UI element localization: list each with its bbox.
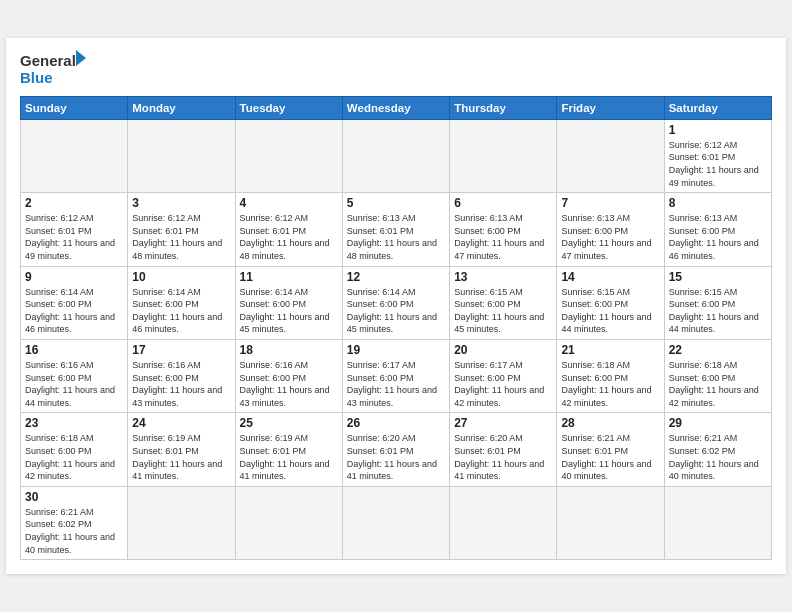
calendar-week-row: 16Sunrise: 6:16 AMSunset: 6:00 PMDayligh… [21, 340, 772, 413]
day-number: 30 [25, 490, 123, 504]
calendar-header: SundayMondayTuesdayWednesdayThursdayFrid… [21, 96, 772, 119]
day-number: 28 [561, 416, 659, 430]
weekday-header-sunday: Sunday [21, 96, 128, 119]
svg-text:Blue: Blue [20, 69, 53, 86]
day-info: Sunrise: 6:12 AMSunset: 6:01 PMDaylight:… [25, 212, 123, 262]
calendar-day-cell: 24Sunrise: 6:19 AMSunset: 6:01 PMDayligh… [128, 413, 235, 486]
day-number: 18 [240, 343, 338, 357]
day-number: 21 [561, 343, 659, 357]
day-info: Sunrise: 6:21 AMSunset: 6:02 PMDaylight:… [25, 506, 123, 556]
day-info: Sunrise: 6:20 AMSunset: 6:01 PMDaylight:… [347, 432, 445, 482]
day-number: 17 [132, 343, 230, 357]
calendar-day-cell [342, 119, 449, 192]
calendar-day-cell: 19Sunrise: 6:17 AMSunset: 6:00 PMDayligh… [342, 340, 449, 413]
day-number: 24 [132, 416, 230, 430]
day-number: 4 [240, 196, 338, 210]
day-info: Sunrise: 6:16 AMSunset: 6:00 PMDaylight:… [25, 359, 123, 409]
day-info: Sunrise: 6:18 AMSunset: 6:00 PMDaylight:… [25, 432, 123, 482]
calendar-body: 1Sunrise: 6:12 AMSunset: 6:01 PMDaylight… [21, 119, 772, 559]
calendar-day-cell: 17Sunrise: 6:16 AMSunset: 6:00 PMDayligh… [128, 340, 235, 413]
day-info: Sunrise: 6:21 AMSunset: 6:02 PMDaylight:… [669, 432, 767, 482]
calendar-day-cell: 6Sunrise: 6:13 AMSunset: 6:00 PMDaylight… [450, 193, 557, 266]
day-number: 6 [454, 196, 552, 210]
calendar-day-cell: 23Sunrise: 6:18 AMSunset: 6:00 PMDayligh… [21, 413, 128, 486]
day-number: 14 [561, 270, 659, 284]
calendar-day-cell [450, 119, 557, 192]
day-number: 7 [561, 196, 659, 210]
calendar-week-row: 23Sunrise: 6:18 AMSunset: 6:00 PMDayligh… [21, 413, 772, 486]
calendar-week-row: 2Sunrise: 6:12 AMSunset: 6:01 PMDaylight… [21, 193, 772, 266]
calendar-day-cell: 26Sunrise: 6:20 AMSunset: 6:01 PMDayligh… [342, 413, 449, 486]
day-number: 16 [25, 343, 123, 357]
calendar-day-cell: 8Sunrise: 6:13 AMSunset: 6:00 PMDaylight… [664, 193, 771, 266]
calendar-day-cell: 28Sunrise: 6:21 AMSunset: 6:01 PMDayligh… [557, 413, 664, 486]
day-info: Sunrise: 6:16 AMSunset: 6:00 PMDaylight:… [132, 359, 230, 409]
svg-marker-2 [76, 50, 86, 66]
day-info: Sunrise: 6:14 AMSunset: 6:00 PMDaylight:… [132, 286, 230, 336]
calendar-day-cell [21, 119, 128, 192]
day-info: Sunrise: 6:17 AMSunset: 6:00 PMDaylight:… [347, 359, 445, 409]
day-number: 22 [669, 343, 767, 357]
weekday-header-thursday: Thursday [450, 96, 557, 119]
day-number: 5 [347, 196, 445, 210]
day-number: 23 [25, 416, 123, 430]
day-info: Sunrise: 6:13 AMSunset: 6:00 PMDaylight:… [454, 212, 552, 262]
day-number: 2 [25, 196, 123, 210]
day-info: Sunrise: 6:13 AMSunset: 6:00 PMDaylight:… [669, 212, 767, 262]
calendar-day-cell: 20Sunrise: 6:17 AMSunset: 6:00 PMDayligh… [450, 340, 557, 413]
calendar-day-cell: 11Sunrise: 6:14 AMSunset: 6:00 PMDayligh… [235, 266, 342, 339]
weekday-header-wednesday: Wednesday [342, 96, 449, 119]
weekday-header-saturday: Saturday [664, 96, 771, 119]
day-info: Sunrise: 6:13 AMSunset: 6:00 PMDaylight:… [561, 212, 659, 262]
logo-area: GeneralBlue [20, 48, 90, 88]
calendar-day-cell: 2Sunrise: 6:12 AMSunset: 6:01 PMDaylight… [21, 193, 128, 266]
day-info: Sunrise: 6:15 AMSunset: 6:00 PMDaylight:… [669, 286, 767, 336]
calendar-day-cell: 21Sunrise: 6:18 AMSunset: 6:00 PMDayligh… [557, 340, 664, 413]
calendar-day-cell: 3Sunrise: 6:12 AMSunset: 6:01 PMDaylight… [128, 193, 235, 266]
calendar-day-cell: 14Sunrise: 6:15 AMSunset: 6:00 PMDayligh… [557, 266, 664, 339]
calendar-day-cell [128, 119, 235, 192]
calendar-day-cell: 25Sunrise: 6:19 AMSunset: 6:01 PMDayligh… [235, 413, 342, 486]
day-number: 20 [454, 343, 552, 357]
day-number: 19 [347, 343, 445, 357]
day-info: Sunrise: 6:14 AMSunset: 6:00 PMDaylight:… [240, 286, 338, 336]
day-info: Sunrise: 6:14 AMSunset: 6:00 PMDaylight:… [347, 286, 445, 336]
day-number: 15 [669, 270, 767, 284]
calendar-day-cell [450, 486, 557, 559]
calendar-day-cell: 5Sunrise: 6:13 AMSunset: 6:01 PMDaylight… [342, 193, 449, 266]
calendar-day-cell [557, 119, 664, 192]
day-info: Sunrise: 6:20 AMSunset: 6:01 PMDaylight:… [454, 432, 552, 482]
day-number: 11 [240, 270, 338, 284]
day-info: Sunrise: 6:18 AMSunset: 6:00 PMDaylight:… [669, 359, 767, 409]
day-number: 3 [132, 196, 230, 210]
day-info: Sunrise: 6:17 AMSunset: 6:00 PMDaylight:… [454, 359, 552, 409]
day-info: Sunrise: 6:19 AMSunset: 6:01 PMDaylight:… [240, 432, 338, 482]
day-number: 26 [347, 416, 445, 430]
day-info: Sunrise: 6:21 AMSunset: 6:01 PMDaylight:… [561, 432, 659, 482]
day-info: Sunrise: 6:12 AMSunset: 6:01 PMDaylight:… [669, 139, 767, 189]
calendar-day-cell: 12Sunrise: 6:14 AMSunset: 6:00 PMDayligh… [342, 266, 449, 339]
day-number: 29 [669, 416, 767, 430]
weekday-header-tuesday: Tuesday [235, 96, 342, 119]
day-number: 13 [454, 270, 552, 284]
day-number: 27 [454, 416, 552, 430]
calendar-day-cell: 4Sunrise: 6:12 AMSunset: 6:01 PMDaylight… [235, 193, 342, 266]
day-info: Sunrise: 6:12 AMSunset: 6:01 PMDaylight:… [132, 212, 230, 262]
calendar-day-cell: 15Sunrise: 6:15 AMSunset: 6:00 PMDayligh… [664, 266, 771, 339]
calendar-day-cell: 16Sunrise: 6:16 AMSunset: 6:00 PMDayligh… [21, 340, 128, 413]
day-info: Sunrise: 6:18 AMSunset: 6:00 PMDaylight:… [561, 359, 659, 409]
svg-text:General: General [20, 52, 76, 69]
calendar-day-cell [235, 119, 342, 192]
calendar-day-cell: 13Sunrise: 6:15 AMSunset: 6:00 PMDayligh… [450, 266, 557, 339]
day-number: 12 [347, 270, 445, 284]
calendar-table: SundayMondayTuesdayWednesdayThursdayFrid… [20, 96, 772, 560]
calendar-day-cell: 7Sunrise: 6:13 AMSunset: 6:00 PMDaylight… [557, 193, 664, 266]
weekday-header-friday: Friday [557, 96, 664, 119]
calendar-day-cell [128, 486, 235, 559]
calendar-day-cell [557, 486, 664, 559]
calendar-day-cell: 9Sunrise: 6:14 AMSunset: 6:00 PMDaylight… [21, 266, 128, 339]
day-info: Sunrise: 6:15 AMSunset: 6:00 PMDaylight:… [561, 286, 659, 336]
weekday-header-monday: Monday [128, 96, 235, 119]
day-info: Sunrise: 6:16 AMSunset: 6:00 PMDaylight:… [240, 359, 338, 409]
day-info: Sunrise: 6:15 AMSunset: 6:00 PMDaylight:… [454, 286, 552, 336]
